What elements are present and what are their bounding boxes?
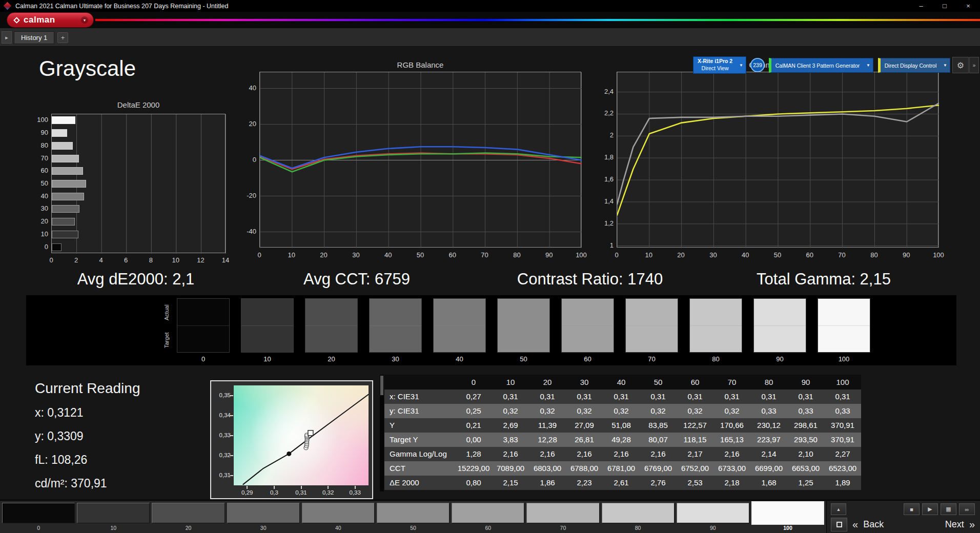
deltae-ytick-label: 80	[28, 141, 48, 149]
deltae-xtick-label: 4	[90, 256, 112, 264]
table-cell: 15229,00	[455, 461, 492, 476]
cie-ytick-mark	[230, 455, 233, 456]
grayscale-swatch-90: 90	[753, 298, 806, 363]
meter-dropdown[interactable]: X-Rite i1Pro 2 Direct View ▼	[693, 56, 746, 74]
rgb-balance-xtick-label: 70	[474, 251, 496, 259]
pattern-button-30[interactable]: 30	[227, 503, 300, 533]
measurement-table: 0102030405060708090100x: CIE310,270,310,…	[384, 375, 861, 490]
table-cell: 2,53	[677, 476, 713, 490]
display-control-label: Direct Display Control	[881, 63, 941, 69]
pattern-button-20[interactable]: 20	[152, 503, 224, 533]
panel-toggle-button[interactable]: ▸	[2, 31, 12, 44]
deltae-bar-50	[52, 180, 86, 188]
add-tab-button[interactable]: +	[57, 32, 68, 43]
tab-history-1[interactable]: History 1	[14, 31, 54, 44]
table-cell: 6788,00	[566, 461, 603, 476]
back-button[interactable]: Back	[863, 519, 884, 530]
cie-plot-area	[234, 385, 369, 485]
calman-menu-button[interactable]: calman ▼	[7, 13, 93, 27]
table-cell: 6769,00	[640, 461, 677, 476]
grayscale-swatch-80: 80	[689, 298, 742, 363]
current-reading-title: Current Reading	[35, 380, 140, 397]
table-cell: 1,89	[824, 476, 861, 490]
settings-gear-button[interactable]: ⚙	[952, 57, 969, 73]
table-col-header: 40	[603, 375, 640, 389]
play-button[interactable]: ▶	[922, 503, 938, 515]
table-cell: 0,32	[529, 404, 566, 418]
pattern-label: 10	[77, 525, 150, 531]
deltae-xtick-label: 6	[115, 256, 137, 264]
next-button[interactable]: Next	[945, 519, 964, 530]
overflow-button[interactable]: »	[969, 57, 979, 73]
table-cell: 26,81	[566, 433, 603, 447]
target-label: Target	[164, 327, 170, 354]
swatch-label: 0	[177, 355, 230, 363]
actual-target-divider	[754, 325, 806, 326]
actual-target-divider	[818, 325, 870, 326]
meter-label: X-Rite i1Pro 2 Direct View	[693, 58, 737, 72]
gamma-ytick-label: 1,6	[593, 175, 614, 183]
table-cell: 0,32	[603, 404, 640, 418]
stat-contrast-ratio: Contrast Ratio: 1740	[484, 269, 696, 290]
close-button[interactable]: ×	[956, 0, 980, 12]
pattern-patch	[526, 503, 599, 523]
table-col-header: 100	[824, 375, 861, 389]
cie-ytick-label: 0,34	[213, 412, 231, 418]
table-scrollbar[interactable]	[380, 375, 384, 491]
table-cell: 0,31	[824, 389, 861, 404]
table-col-header: 70	[713, 375, 750, 389]
rgb-balance-ytick-label: 20	[236, 120, 256, 128]
deltae-bar-60	[52, 167, 83, 175]
table-cell: 223,97	[750, 433, 787, 447]
table-scrollbar-thumb[interactable]	[380, 376, 383, 395]
swatch-label: 100	[818, 355, 870, 363]
pattern-button-60[interactable]: 60	[452, 503, 524, 533]
swatch-patch	[369, 298, 422, 353]
display-control-dropdown[interactable]: Direct Display Control ▼	[878, 58, 950, 73]
table-cell: 2,61	[603, 476, 640, 490]
deltae-bar-10	[52, 231, 78, 238]
rainbow-strip	[95, 19, 980, 21]
pattern-button-50[interactable]: 50	[377, 503, 450, 533]
table-cell: 0,31	[677, 389, 713, 404]
pattern-button-90[interactable]: 90	[677, 503, 749, 533]
pattern-label: 20	[152, 525, 224, 531]
pattern-button-10[interactable]: 10	[77, 503, 150, 533]
deltae-bar-90	[52, 129, 67, 137]
pattern-button-40[interactable]: 40	[302, 503, 375, 533]
table-cell: 230,12	[750, 418, 787, 433]
back-chevron[interactable]: «	[852, 519, 858, 530]
deltae-ytick-label: 0	[28, 243, 48, 251]
table-cell: 0,80	[455, 476, 492, 490]
minimize-button[interactable]: –	[909, 0, 933, 12]
pattern-button-0[interactable]: 0	[2, 503, 75, 533]
maximize-button[interactable]: □	[933, 0, 956, 12]
cie-ytick-mark	[230, 435, 233, 436]
calman-window: Calman 2021 Calman Ultimate for Business…	[0, 0, 980, 533]
swatch-label: 70	[625, 355, 678, 363]
reading-count-badge[interactable]: 239	[750, 58, 765, 72]
pattern-generator-dropdown[interactable]: CalMAN Client 3 Pattern Generator ▼	[769, 58, 873, 73]
stop-button[interactable]: ■	[904, 503, 920, 515]
table-cell: 0,31	[750, 389, 787, 404]
eject-button[interactable]: ▲	[831, 503, 846, 515]
swatch-label: 40	[433, 355, 486, 363]
print-button[interactable]: ▦	[941, 503, 956, 515]
pattern-button-70[interactable]: 70	[526, 503, 599, 533]
pattern-button-100[interactable]: 100	[751, 503, 824, 533]
pattern-patch	[602, 503, 675, 523]
table-cell: 0,31	[566, 389, 603, 404]
pattern-button-80[interactable]: 80	[602, 503, 675, 533]
table-cell: 0,32	[492, 404, 529, 418]
table-cell: 370,91	[824, 433, 861, 447]
table-cell: 2,10	[787, 447, 824, 461]
cie-xtick-label: 0,31	[291, 489, 312, 496]
bottom-bar: 0102030405060708090100 ▲ ■▶▦∞ « Back Nex…	[0, 500, 980, 533]
pattern-window-button[interactable]	[831, 518, 847, 531]
pattern-label: 70	[526, 525, 599, 531]
continuous-button[interactable]: ∞	[959, 503, 975, 515]
table-cell: 370,91	[824, 418, 861, 433]
gamma-ytick-label: 2	[593, 131, 614, 139]
next-chevron[interactable]: »	[969, 519, 975, 530]
gamma-xtick-label: 100	[927, 251, 950, 259]
